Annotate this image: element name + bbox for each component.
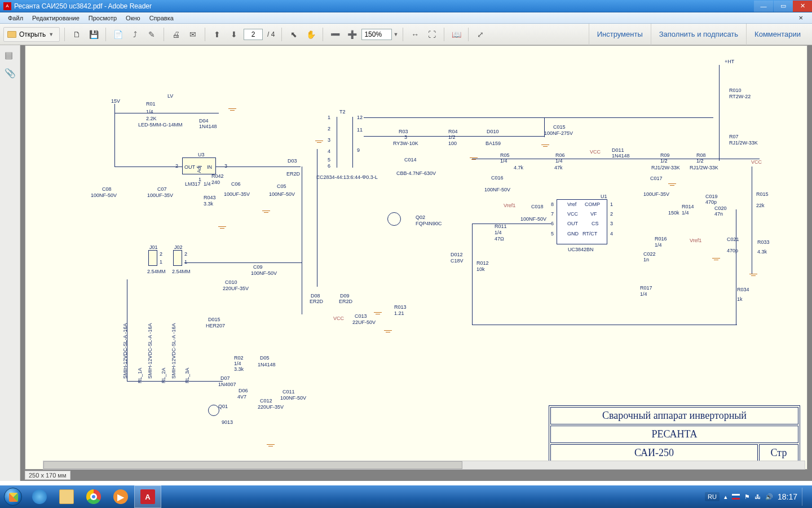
label-r02: R02 xyxy=(234,355,244,361)
document-close-button[interactable]: × xyxy=(794,12,807,23)
sign-icon[interactable]: ✎ xyxy=(144,27,159,42)
menu-file[interactable]: Файл xyxy=(3,14,28,23)
taskbar-ie-icon[interactable] xyxy=(26,485,53,508)
menu-help[interactable]: Справка xyxy=(145,14,178,23)
pdf-app-icon: A xyxy=(3,2,11,10)
label-r016: R016 xyxy=(655,236,667,242)
next-page-button[interactable]: ⬇ xyxy=(227,27,241,42)
label-c012: C012 xyxy=(260,398,272,404)
thumbnails-icon[interactable]: ▤ xyxy=(5,50,16,61)
title-row2: РЕСАНТА xyxy=(550,426,798,443)
hand-tool-icon[interactable]: ✋ xyxy=(303,27,318,42)
export-icon[interactable]: ⤴ xyxy=(127,27,142,42)
folder-icon xyxy=(7,31,16,38)
menu-window[interactable]: Окно xyxy=(121,14,145,23)
menu-edit[interactable]: Редактирование xyxy=(28,14,84,23)
label-d07: D07 xyxy=(220,375,230,381)
window-minimize-button[interactable]: — xyxy=(754,1,773,12)
system-tray: RU ▴ ⚑ 🖧 🔊 18:17 xyxy=(705,488,812,506)
label-c07: C07 xyxy=(157,186,167,192)
label-c05: C05 xyxy=(277,183,286,189)
prev-page-button[interactable]: ⬆ xyxy=(210,27,224,42)
tray-flag-icon[interactable] xyxy=(732,494,740,500)
taskbar-explorer-icon[interactable] xyxy=(53,485,80,508)
label-r05: R05 xyxy=(500,152,510,158)
menubar: Файл Редактирование Просмотр Окно Справк… xyxy=(0,12,812,24)
label-r03: R03 xyxy=(399,129,408,134)
tray-expand-icon[interactable]: ▴ xyxy=(724,493,727,501)
label-c019: C019 xyxy=(705,194,718,199)
open-label: Открыть xyxy=(19,30,46,38)
tab-tools[interactable]: Инструменты xyxy=(589,24,651,45)
label-d04: D04 xyxy=(199,118,209,124)
tray-volume-icon[interactable]: 🔊 xyxy=(765,493,773,501)
label-d04-type: 1N4148 xyxy=(199,124,217,129)
label-d015: D015 xyxy=(208,317,220,322)
taskbar-clock[interactable]: 18:17 xyxy=(778,492,797,501)
label-d08: D08 xyxy=(311,293,320,299)
tab-comments[interactable]: Комментарии xyxy=(746,24,809,45)
label-uc3842: UC3842BN xyxy=(568,247,594,252)
convert-icon[interactable]: 📄 xyxy=(111,27,125,42)
label-c09: C09 xyxy=(253,264,263,270)
zoom-in-icon[interactable]: ➕ xyxy=(345,27,359,42)
fit-width-icon[interactable]: ↔ xyxy=(408,27,422,42)
label-r033: R033 xyxy=(757,239,770,245)
label-d09: D09 xyxy=(340,293,350,299)
menu-view[interactable]: Просмотр xyxy=(84,14,121,23)
taskbar-adobe-reader-icon[interactable]: A xyxy=(134,485,161,508)
label-r08: R08 xyxy=(696,152,706,158)
pdf-page: 15V R01 1/4 2.2K LV LED-5MM-G-14MM D04 1… xyxy=(25,45,807,470)
label-r06: R06 xyxy=(555,152,565,158)
label-c017: C017 xyxy=(650,176,663,181)
save-icon[interactable]: 💾 xyxy=(86,27,101,42)
title-row1: Сварочный аппарат инверторный xyxy=(550,407,798,424)
label-c011: C011 xyxy=(283,389,295,395)
tray-action-center-icon[interactable]: ⚑ xyxy=(744,493,750,501)
label-vcc: VCC xyxy=(590,149,601,155)
read-mode-icon[interactable]: 📖 xyxy=(449,27,464,42)
label-u3-adj: Adj xyxy=(196,165,202,173)
label-r043: R043 xyxy=(204,195,216,200)
print-icon[interactable]: 🖨 xyxy=(169,27,183,42)
email-icon[interactable]: ✉ xyxy=(186,27,200,42)
page-dimensions: 250 x 170 мм xyxy=(25,471,70,480)
horizontal-scrollbar[interactable] xyxy=(43,461,805,470)
taskbar-chrome-icon[interactable] xyxy=(80,485,107,508)
label-u3: U3 xyxy=(198,152,205,157)
start-button[interactable] xyxy=(0,485,26,508)
windows-taskbar: ▶ A RU ▴ ⚑ 🖧 🔊 18:17 xyxy=(0,485,812,508)
window-maximize-button[interactable]: ▭ xyxy=(774,1,793,12)
show-desktop-button[interactable] xyxy=(802,488,806,506)
label-r014: R014 xyxy=(682,204,694,209)
select-tool-icon[interactable]: ⬉ xyxy=(286,27,301,42)
title-row3: САИ-250 xyxy=(550,444,758,462)
label-j02: J02 xyxy=(174,244,183,250)
document-viewport[interactable]: 15V R01 1/4 2.2K LV LED-5MM-G-14MM D04 1… xyxy=(20,45,812,481)
label-r042: R042 xyxy=(211,173,224,179)
label-q01: Q01 xyxy=(218,404,228,409)
window-close-button[interactable]: ✕ xyxy=(793,1,812,12)
taskbar-media-player-icon[interactable]: ▶ xyxy=(107,485,134,508)
zoom-input[interactable] xyxy=(361,29,392,40)
language-indicator[interactable]: RU xyxy=(705,492,720,501)
title-block: Сварочный аппарат инверторный РЕСАНТА СА… xyxy=(549,405,800,463)
label-r015: R015 xyxy=(756,191,769,197)
label-vref1: Vref1 xyxy=(504,203,515,208)
zoom-out-icon[interactable]: ➖ xyxy=(328,27,342,42)
tab-fill-sign[interactable]: Заполнить и подписать xyxy=(651,24,746,45)
connector-j02 xyxy=(173,250,182,266)
attachments-icon[interactable]: 📎 xyxy=(5,68,16,79)
label-r011: R011 xyxy=(495,224,507,229)
fullscreen-icon[interactable]: ⤢ xyxy=(473,27,488,42)
tray-network-icon[interactable]: 🖧 xyxy=(754,493,761,500)
label-r04: R04 xyxy=(448,129,458,134)
label-u3-out: OUT xyxy=(184,164,195,170)
fit-page-icon[interactable]: ⛶ xyxy=(425,27,439,42)
page-number-input[interactable] xyxy=(244,29,263,40)
label-lv: LV xyxy=(167,93,173,99)
open-button[interactable]: Открыть ▼ xyxy=(3,27,60,42)
label-rl2: SMIH-12VDC-SL-A -16A xyxy=(147,323,153,379)
label-r012: R012 xyxy=(476,260,489,266)
create-pdf-icon[interactable]: 🗋 xyxy=(69,27,84,42)
